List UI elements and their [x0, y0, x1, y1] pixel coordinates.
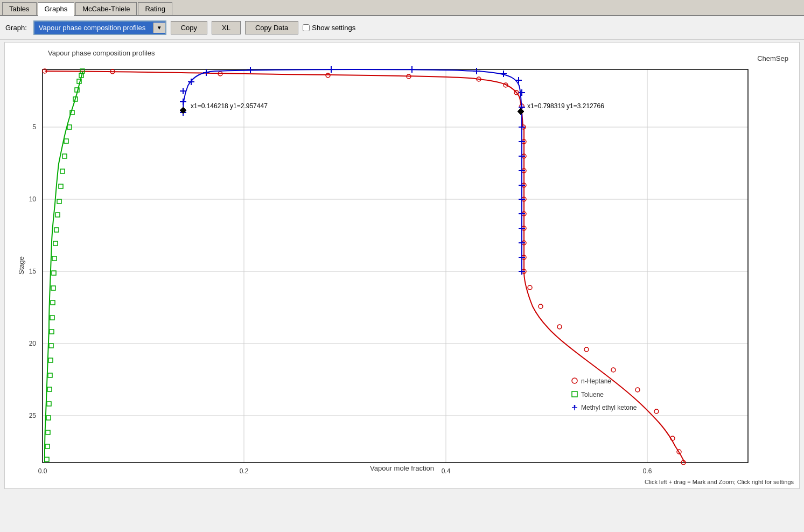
- graph-select-wrapper[interactable]: Vapour phase composition profiles ▼: [33, 20, 166, 35]
- copy-button[interactable]: Copy: [171, 21, 207, 34]
- svg-rect-68: [51, 300, 55, 305]
- tab-rating[interactable]: Rating: [138, 2, 172, 15]
- svg-rect-79: [45, 457, 49, 461]
- svg-text:15: 15: [29, 268, 37, 275]
- svg-rect-64: [53, 241, 58, 246]
- svg-rect-71: [49, 344, 53, 348]
- svg-rect-60: [59, 184, 63, 188]
- show-settings-wrapper: Show settings: [303, 24, 358, 32]
- xl-button[interactable]: XL: [212, 21, 241, 34]
- svg-point-46: [654, 409, 659, 414]
- svg-rect-78: [45, 444, 50, 449]
- svg-text:20: 20: [29, 340, 37, 347]
- svg-text:n-Heptane: n-Heptane: [581, 377, 611, 385]
- graph-select-text: Vapour phase composition profiles: [34, 22, 153, 34]
- svg-rect-134: [572, 391, 577, 397]
- svg-text:10: 10: [29, 195, 37, 203]
- copy-data-button[interactable]: Copy Data: [245, 21, 298, 34]
- svg-rect-75: [47, 402, 51, 406]
- svg-rect-67: [51, 286, 55, 290]
- show-settings-label: Show settings: [312, 24, 355, 32]
- svg-text:25: 25: [29, 412, 37, 419]
- svg-text:x1=0.798319 y1=3.212766: x1=0.798319 y1=3.212766: [527, 102, 604, 110]
- svg-rect-77: [46, 430, 50, 435]
- svg-rect-65: [52, 256, 57, 261]
- svg-rect-57: [64, 139, 68, 143]
- tab-tables[interactable]: Tables: [2, 2, 37, 15]
- svg-marker-138: [574, 405, 576, 407]
- svg-text:0.0: 0.0: [38, 467, 47, 475]
- svg-rect-74: [47, 387, 52, 391]
- tab-bar: Tables Graphs McCabe-Thiele Rating: [0, 0, 804, 16]
- svg-rect-58: [62, 154, 67, 158]
- svg-rect-72: [48, 358, 53, 362]
- chart-svg[interactable]: 0.0 0.2 0.4 0.6 5 10 15 20 25: [5, 43, 800, 489]
- svg-text:5: 5: [32, 123, 36, 131]
- graph-select-arrow[interactable]: ▼: [153, 23, 165, 33]
- svg-point-40: [528, 285, 532, 290]
- svg-text:0.2: 0.2: [240, 467, 249, 475]
- svg-rect-10: [43, 69, 748, 463]
- svg-rect-69: [50, 316, 54, 320]
- show-settings-checkbox[interactable]: [303, 24, 310, 31]
- svg-rect-73: [48, 373, 52, 377]
- svg-text:Toluene: Toluene: [581, 391, 604, 398]
- svg-text:Methyl ethyl ketone: Methyl ethyl ketone: [581, 404, 637, 411]
- svg-rect-62: [55, 213, 60, 217]
- svg-rect-70: [50, 330, 54, 334]
- svg-point-45: [635, 388, 640, 392]
- svg-point-41: [539, 304, 543, 309]
- tab-mccabe-thiele[interactable]: McCabe-Thiele: [75, 2, 137, 15]
- svg-rect-61: [57, 199, 61, 204]
- svg-text:x1=0.146218 y1=2.957447: x1=0.146218 y1=2.957447: [191, 102, 268, 110]
- svg-text:0.4: 0.4: [442, 467, 451, 475]
- toolbar: Graph: Vapour phase composition profiles…: [0, 16, 804, 40]
- svg-point-44: [611, 368, 616, 372]
- svg-point-132: [572, 378, 577, 383]
- graph-label: Graph:: [5, 24, 27, 32]
- svg-text:0.6: 0.6: [643, 467, 652, 475]
- chart-area: Vapour phase composition profiles ChemSe…: [4, 42, 800, 489]
- svg-marker-130: [518, 108, 524, 115]
- svg-point-43: [584, 347, 589, 352]
- tab-graphs[interactable]: Graphs: [38, 2, 75, 16]
- svg-rect-59: [60, 169, 65, 173]
- svg-rect-63: [54, 228, 59, 232]
- svg-point-42: [557, 325, 562, 329]
- svg-rect-76: [46, 416, 51, 420]
